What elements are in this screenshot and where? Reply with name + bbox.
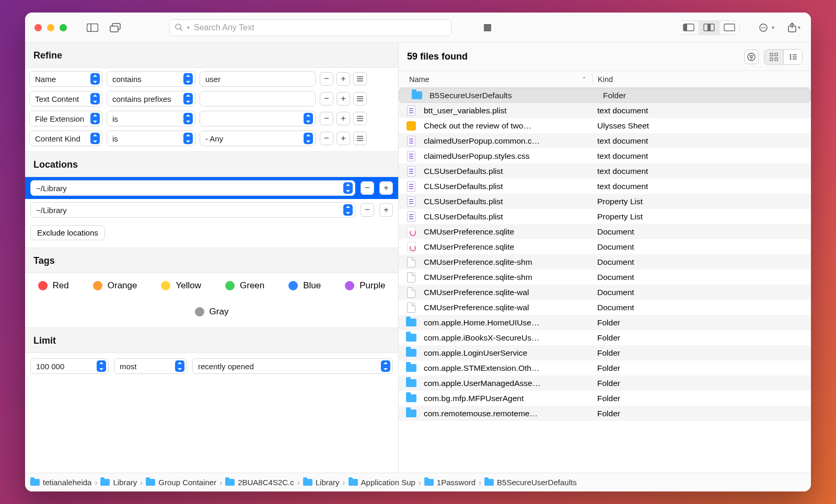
detach-window-button[interactable] bbox=[108, 20, 123, 36]
refine-value-select[interactable]: - Any bbox=[200, 131, 316, 146]
remove-location-button[interactable]: − bbox=[361, 181, 374, 195]
path-segment[interactable]: 1Password bbox=[424, 478, 475, 487]
path-segment[interactable]: Library bbox=[303, 478, 340, 487]
filter-results-button[interactable] bbox=[744, 50, 759, 64]
toggle-sidebar-button[interactable] bbox=[85, 20, 100, 36]
path-bar[interactable]: tetianaleheida›Library›Group Container›2… bbox=[25, 473, 811, 491]
file-row[interactable]: B5SecureUserDefaultsFolder bbox=[399, 88, 811, 103]
pane-layout-left[interactable] bbox=[679, 20, 699, 35]
more-actions-button[interactable]: ▾ bbox=[759, 20, 774, 36]
column-name-header[interactable]: Name ⌃ bbox=[399, 75, 592, 84]
location-row[interactable]: ~/Library−+ bbox=[25, 177, 398, 199]
path-segment[interactable]: 2BUA8C4S2C.c bbox=[225, 478, 294, 487]
refine-operator-select[interactable]: is bbox=[107, 131, 195, 146]
location-path-select[interactable]: ~/Library bbox=[30, 202, 355, 218]
file-row[interactable]: CMUserPreference.sqlite-walDocument bbox=[399, 300, 811, 315]
file-row[interactable]: Check out the review of two…Ulysses Shee… bbox=[399, 118, 811, 133]
tag-blue[interactable]: Blue bbox=[288, 280, 321, 291]
search-field[interactable]: ▾ bbox=[169, 19, 451, 36]
refine-value-input[interactable] bbox=[200, 71, 316, 87]
file-row[interactable]: com.apple.STMExtension.Oth…Folder bbox=[399, 360, 811, 376]
tag-gray[interactable]: Gray bbox=[195, 307, 229, 317]
sort-ascending-icon: ⌃ bbox=[582, 76, 587, 83]
file-row[interactable]: CLSUserDefaults.plisttext document bbox=[399, 163, 811, 179]
refine-value-select[interactable] bbox=[200, 111, 316, 126]
file-kind: text document bbox=[592, 136, 811, 146]
add-rule-button[interactable]: + bbox=[336, 132, 350, 145]
tag-red[interactable]: Red bbox=[38, 280, 69, 291]
add-location-button[interactable]: + bbox=[379, 181, 393, 195]
refine-field-select[interactable]: Text Content bbox=[29, 91, 102, 107]
tag-orange[interactable]: Orange bbox=[93, 280, 137, 291]
refine-operator-select[interactable]: is bbox=[107, 111, 195, 126]
zoom-window-button[interactable] bbox=[60, 24, 67, 31]
file-row[interactable]: CMUserPreference.sqliteDocument bbox=[399, 224, 811, 239]
remove-rule-button[interactable]: − bbox=[320, 92, 333, 106]
file-name: CLSUserDefaults.plist bbox=[424, 212, 592, 221]
path-segment[interactable]: tetianaleheida bbox=[30, 478, 91, 487]
file-row[interactable]: CLSUserDefaults.plistProperty List bbox=[399, 194, 811, 209]
add-rule-button[interactable]: + bbox=[336, 112, 350, 125]
file-row[interactable]: CLSUserDefaults.plisttext document bbox=[399, 179, 811, 194]
tag-purple[interactable]: Purple bbox=[345, 280, 385, 291]
rule-options-button[interactable] bbox=[353, 92, 367, 106]
file-row[interactable]: com.remotemouse.remoteme…Folder bbox=[399, 406, 811, 421]
limit-criteria-select[interactable]: recently opened bbox=[192, 358, 393, 374]
refine-value-input[interactable] bbox=[200, 91, 316, 107]
minimize-window-button[interactable] bbox=[47, 24, 54, 31]
remove-rule-button[interactable]: − bbox=[320, 112, 333, 125]
file-row[interactable]: claimedUserPopup.styles.csstext document bbox=[399, 148, 811, 163]
stop-button[interactable] bbox=[480, 20, 495, 36]
file-list[interactable]: B5SecureUserDefaultsFolderbtt_user_varia… bbox=[399, 88, 811, 473]
file-row[interactable]: com.apple.iBooksX-SecureUs…Folder bbox=[399, 330, 811, 345]
tag-green[interactable]: Green bbox=[225, 280, 264, 291]
view-list-button[interactable] bbox=[783, 50, 802, 64]
limit-count-select[interactable]: 100 000 bbox=[30, 358, 109, 374]
limit-order-select[interactable]: most bbox=[114, 358, 187, 374]
exclude-locations-button[interactable]: Exclude locations bbox=[30, 225, 105, 240]
file-row[interactable]: btt_user_variables.plisttext document bbox=[399, 103, 811, 118]
file-kind: text document bbox=[592, 151, 811, 161]
add-location-button[interactable]: + bbox=[379, 203, 393, 217]
refine-field-select[interactable]: Content Kind bbox=[29, 131, 102, 146]
file-row[interactable]: CMUserPreference.sqlite-walDocument bbox=[399, 285, 811, 300]
tag-yellow[interactable]: Yellow bbox=[161, 280, 201, 291]
file-row[interactable]: com.apple.Home.HomeUIUse…Folder bbox=[399, 315, 811, 330]
file-name: B5SecureUserDefaults bbox=[429, 91, 598, 100]
rule-options-button[interactable] bbox=[353, 72, 367, 86]
path-segment[interactable]: Group Container bbox=[146, 478, 216, 487]
pane-layout-split[interactable] bbox=[699, 20, 719, 35]
file-row[interactable]: com.apple.UserManagedAsse…Folder bbox=[399, 376, 811, 391]
remove-rule-button[interactable]: − bbox=[320, 132, 333, 145]
path-segment[interactable]: Library bbox=[100, 478, 137, 487]
add-rule-button[interactable]: + bbox=[336, 92, 350, 106]
path-segment[interactable]: Application Sup bbox=[349, 478, 415, 487]
file-row[interactable]: com.apple.LoginUserServiceFolder bbox=[399, 345, 811, 360]
remove-rule-button[interactable]: − bbox=[320, 72, 333, 86]
refine-field-select[interactable]: File Extension bbox=[29, 111, 102, 126]
file-name: com.apple.Home.HomeUIUse… bbox=[424, 318, 592, 327]
rule-options-button[interactable] bbox=[353, 132, 367, 145]
file-row[interactable]: CMUserPreference.sqlite-shmDocument bbox=[399, 269, 811, 285]
add-rule-button[interactable]: + bbox=[336, 72, 350, 86]
location-row[interactable]: ~/Library−+ bbox=[25, 199, 398, 221]
close-window-button[interactable] bbox=[34, 24, 42, 31]
location-path-select[interactable]: ~/Library bbox=[30, 180, 355, 196]
column-kind-header[interactable]: Kind bbox=[593, 75, 811, 84]
share-button[interactable]: ▾ bbox=[786, 20, 802, 36]
remove-location-button[interactable]: − bbox=[361, 203, 374, 217]
refine-field-select[interactable]: Name bbox=[29, 71, 102, 87]
file-row[interactable]: CMUserPreference.sqlite-shmDocument bbox=[399, 254, 811, 269]
file-row[interactable]: com.bg.mfp.MFPUserAgentFolder bbox=[399, 391, 811, 406]
view-icons-button[interactable] bbox=[764, 50, 783, 64]
refine-operator-select[interactable]: contains prefixes bbox=[107, 91, 195, 107]
file-row[interactable]: CLSUserDefaults.plistProperty List bbox=[399, 209, 811, 224]
pane-layout-right[interactable] bbox=[719, 20, 740, 35]
file-row[interactable]: claimedUserPopup.common.c…text document bbox=[399, 133, 811, 148]
path-segment[interactable]: B5SecureUserDefaults bbox=[484, 478, 577, 487]
refine-operator-select[interactable]: contains bbox=[107, 71, 195, 87]
file-row[interactable]: CMUserPreference.sqliteDocument bbox=[399, 239, 811, 254]
search-input[interactable] bbox=[194, 23, 446, 32]
file-name: claimedUserPopup.styles.css bbox=[424, 151, 592, 161]
rule-options-button[interactable] bbox=[353, 112, 367, 125]
